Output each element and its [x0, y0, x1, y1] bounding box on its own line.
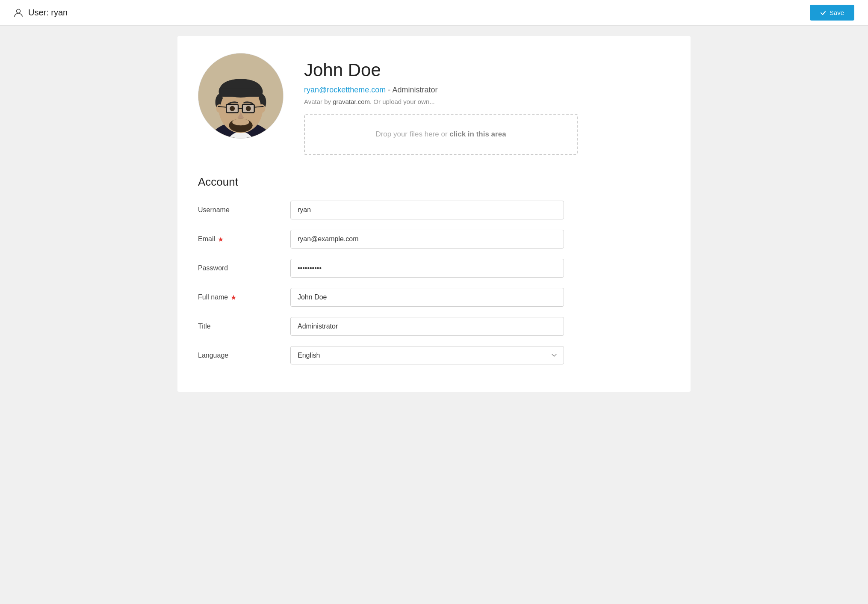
avatar — [198, 53, 283, 139]
account-section: Account Username Email ★ Password — [198, 175, 670, 364]
language-label: Language — [198, 352, 283, 359]
fullname-row: Full name ★ — [198, 288, 670, 307]
check-icon — [820, 10, 826, 16]
title-label: Title — [198, 323, 283, 330]
profile-email-line: ryan@rockettheme.com - Administrator — [304, 86, 670, 95]
profile-gravatar-text: Avatar by gravatar.com. Or upload your o… — [304, 98, 670, 105]
password-input[interactable] — [290, 259, 564, 278]
svg-point-0 — [17, 9, 21, 13]
main-content: John Doe ryan@rockettheme.com - Administ… — [177, 36, 691, 392]
header: User: ryan Save — [0, 0, 868, 26]
password-row: Password — [198, 259, 670, 278]
drop-zone-bold-text: click in this area — [449, 130, 506, 138]
email-row: Email ★ — [198, 230, 670, 249]
gravatar-link[interactable]: gravatar.com — [333, 98, 370, 105]
drop-zone[interactable]: Drop your files here or click in this ar… — [304, 114, 578, 155]
page-title: User: ryan — [28, 8, 68, 18]
username-label: Username — [198, 206, 283, 214]
username-row: Username — [198, 201, 670, 219]
user-icon — [14, 8, 23, 18]
password-label: Password — [198, 264, 283, 272]
email-label: Email ★ — [198, 235, 283, 243]
email-input[interactable] — [290, 230, 564, 249]
username-input[interactable] — [290, 201, 564, 219]
avatar-image — [198, 53, 283, 139]
svg-point-21 — [246, 106, 251, 111]
header-left: User: ryan — [14, 8, 68, 18]
svg-rect-14 — [220, 88, 261, 97]
svg-point-23 — [232, 118, 249, 125]
profile-email-link[interactable]: ryan@rockettheme.com — [304, 86, 386, 94]
fullname-input[interactable] — [290, 288, 564, 307]
profile-role: - Administrator — [388, 86, 437, 94]
save-button[interactable]: Save — [810, 5, 854, 21]
account-title: Account — [198, 175, 670, 189]
language-row: Language English French German Spanish I… — [198, 346, 670, 364]
fullname-label: Full name ★ — [198, 293, 283, 302]
profile-section: John Doe ryan@rockettheme.com - Administ… — [198, 53, 670, 155]
drop-zone-text: Drop your files here or — [375, 130, 449, 138]
language-select[interactable]: English French German Spanish Italian Po… — [290, 346, 564, 364]
fullname-required: ★ — [230, 293, 236, 302]
profile-info: John Doe ryan@rockettheme.com - Administ… — [304, 53, 670, 155]
title-input[interactable] — [290, 317, 564, 336]
email-required: ★ — [218, 235, 224, 243]
profile-name: John Doe — [304, 60, 670, 80]
svg-point-20 — [230, 106, 235, 111]
avatar-container — [198, 53, 283, 139]
title-row: Title — [198, 317, 670, 336]
